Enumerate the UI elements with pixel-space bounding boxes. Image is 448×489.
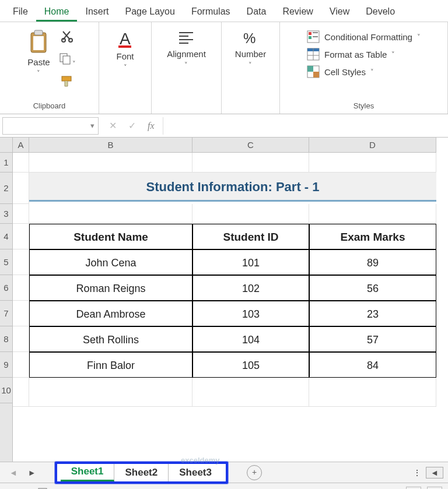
row-header[interactable]: 9 bbox=[0, 352, 12, 378]
cell[interactable] bbox=[192, 153, 309, 173]
column-header-b[interactable]: B bbox=[29, 138, 192, 152]
select-all-corner[interactable] bbox=[0, 138, 13, 153]
paste-button[interactable]: Paste ˅ bbox=[23, 27, 54, 79]
chevron-down-icon: ˅ bbox=[124, 64, 127, 71]
svg-rect-19 bbox=[313, 36, 318, 37]
sheet-tabs-highlight: Sheet1 Sheet2 Sheet3 bbox=[55, 462, 228, 484]
cell[interactable] bbox=[309, 153, 436, 173]
table-header[interactable]: Student ID bbox=[192, 224, 309, 249]
group-styles-label: Styles bbox=[354, 101, 374, 110]
conditional-formatting-button[interactable]: Conditional Formatting ˅ bbox=[307, 30, 421, 43]
cell[interactable] bbox=[13, 173, 29, 204]
cancel-formula-button[interactable]: ✕ bbox=[109, 120, 117, 131]
tab-menu-dots[interactable]: ⋮ bbox=[413, 468, 421, 477]
cell[interactable] bbox=[309, 204, 436, 224]
column-header-a[interactable]: A bbox=[13, 138, 29, 152]
name-box[interactable]: ▾ bbox=[2, 117, 99, 135]
cell-styles-icon bbox=[307, 65, 320, 78]
sheet-tab-1[interactable]: Sheet1 bbox=[61, 464, 115, 481]
sheet-tab-3[interactable]: Sheet3 bbox=[169, 464, 222, 481]
svg-point-3 bbox=[62, 38, 65, 42]
table-cell[interactable]: 105 bbox=[192, 352, 309, 378]
cell[interactable] bbox=[13, 352, 29, 378]
cell[interactable] bbox=[13, 275, 29, 301]
table-cell[interactable]: Dean Ambrose bbox=[29, 301, 192, 326]
table-cell[interactable]: Seth Rollins bbox=[29, 326, 192, 352]
svg-rect-2 bbox=[33, 36, 44, 50]
sheet-tab-2[interactable]: Sheet2 bbox=[114, 464, 169, 481]
row-header[interactable]: 6 bbox=[0, 275, 12, 301]
alignment-button[interactable]: Alignment ˅ bbox=[162, 27, 211, 71]
macro-record-button[interactable] bbox=[37, 487, 48, 490]
tab-nav-next[interactable]: ► bbox=[23, 468, 41, 477]
tab-page-layout[interactable]: Page Layou bbox=[117, 3, 183, 22]
row-header[interactable]: 10 bbox=[0, 378, 12, 403]
table-cell[interactable]: 89 bbox=[309, 249, 436, 275]
copy-button[interactable]: ˅ bbox=[58, 52, 76, 68]
copy-icon bbox=[58, 52, 72, 66]
table-cell[interactable]: 56 bbox=[309, 275, 436, 301]
cell[interactable] bbox=[309, 378, 436, 407]
tab-insert[interactable]: Insert bbox=[77, 3, 117, 22]
cell[interactable] bbox=[29, 204, 192, 224]
table-header[interactable]: Exam Marks bbox=[309, 224, 436, 249]
cell[interactable] bbox=[192, 378, 309, 407]
cell[interactable] bbox=[192, 204, 309, 224]
table-cell[interactable]: 103 bbox=[192, 301, 309, 326]
number-button[interactable]: % Number ˅ bbox=[230, 27, 271, 71]
row-header[interactable]: 7 bbox=[0, 301, 12, 326]
enter-formula-button[interactable]: ✓ bbox=[128, 120, 136, 131]
format-as-table-button[interactable]: Format as Table ˅ bbox=[307, 48, 395, 61]
svg-rect-26 bbox=[313, 72, 319, 78]
cell[interactable] bbox=[13, 301, 29, 326]
view-normal-button[interactable] bbox=[406, 487, 421, 489]
cell[interactable] bbox=[13, 153, 29, 173]
row-header[interactable]: 2 bbox=[0, 173, 12, 204]
tab-home[interactable]: Home bbox=[36, 3, 78, 22]
table-cell[interactable]: Finn Balor bbox=[29, 352, 192, 378]
row-header[interactable]: 1 bbox=[0, 153, 12, 173]
cut-button[interactable] bbox=[60, 29, 74, 45]
font-button[interactable]: A Font ˅ bbox=[111, 27, 139, 73]
cell[interactable] bbox=[13, 249, 29, 275]
cell[interactable] bbox=[13, 378, 29, 407]
cell[interactable] bbox=[29, 378, 192, 407]
tab-view[interactable]: View bbox=[321, 3, 358, 22]
row-header[interactable]: 3 bbox=[0, 204, 12, 224]
cell-styles-button[interactable]: Cell Styles ˅ bbox=[307, 65, 374, 78]
row-header[interactable]: 8 bbox=[0, 326, 12, 352]
column-header-d[interactable]: D bbox=[309, 138, 436, 152]
hscroll-left-button[interactable]: ◄ bbox=[426, 467, 443, 479]
row-header[interactable]: 4 bbox=[0, 224, 12, 249]
tab-formulas[interactable]: Formulas bbox=[183, 3, 239, 22]
paintbrush-icon bbox=[60, 75, 75, 89]
view-page-layout-button[interactable] bbox=[427, 487, 442, 489]
chevron-down-icon: ˅ bbox=[391, 51, 395, 58]
svg-rect-18 bbox=[313, 32, 318, 33]
tab-file[interactable]: File bbox=[5, 3, 36, 22]
cell[interactable] bbox=[13, 326, 29, 352]
title-banner[interactable]: Student Information: Part - 1 bbox=[29, 173, 436, 202]
column-header-c[interactable]: C bbox=[192, 138, 309, 152]
row-header[interactable]: 5 bbox=[0, 249, 12, 275]
formula-input[interactable] bbox=[163, 117, 448, 135]
tab-nav-prev[interactable]: ◄ bbox=[5, 468, 22, 477]
cell[interactable] bbox=[29, 153, 192, 173]
table-cell[interactable]: 84 bbox=[309, 352, 436, 378]
table-cell[interactable]: 23 bbox=[309, 301, 436, 326]
table-cell[interactable]: 101 bbox=[192, 249, 309, 275]
insert-function-button[interactable]: fx bbox=[148, 121, 155, 131]
table-cell[interactable]: 102 bbox=[192, 275, 309, 301]
cell[interactable] bbox=[13, 224, 29, 249]
tab-developer[interactable]: Develo bbox=[358, 3, 403, 22]
new-sheet-button[interactable]: + bbox=[247, 465, 262, 480]
table-cell[interactable]: John Cena bbox=[29, 249, 192, 275]
tab-data[interactable]: Data bbox=[239, 3, 275, 22]
cell[interactable] bbox=[13, 204, 29, 224]
tab-review[interactable]: Review bbox=[274, 3, 321, 22]
table-cell[interactable]: 104 bbox=[192, 326, 309, 352]
table-header[interactable]: Student Name bbox=[29, 224, 192, 249]
table-cell[interactable]: Roman Reigns bbox=[29, 275, 192, 301]
table-cell[interactable]: 57 bbox=[309, 326, 436, 352]
format-painter-button[interactable] bbox=[60, 75, 75, 90]
